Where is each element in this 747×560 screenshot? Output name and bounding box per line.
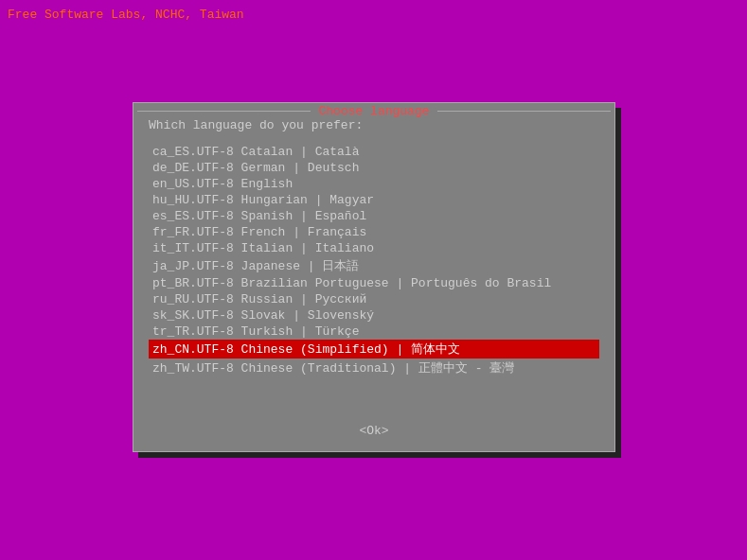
language-item[interactable]: zh_CN.UTF-8 Chinese (Simplified) | 简体中文 [149, 340, 599, 359]
ok-button[interactable]: <Ok> [359, 424, 388, 438]
language-item[interactable]: sk_SK.UTF-8 Slovak | Slovenský [149, 307, 599, 324]
ok-button-area: <Ok> [133, 424, 614, 438]
language-list: ca_ES.UTF-8 Catalan | Catalàde_DE.UTF-8 … [149, 144, 599, 377]
language-item[interactable]: pt_BR.UTF-8 Brazilian Portuguese | Portu… [149, 275, 599, 291]
language-item[interactable]: en_US.UTF-8 English [149, 176, 599, 192]
language-question: Which language do you prefer: [149, 118, 599, 132]
language-item[interactable]: fr_FR.UTF-8 French | Français [149, 224, 599, 240]
dialog: Choose language Which language do you pr… [133, 102, 615, 452]
title-line-left [137, 111, 311, 112]
title-line-right [437, 111, 611, 112]
dialog-title: Choose language [314, 104, 433, 118]
header-text: Free Software Labs, NCHC, Taiwan [8, 8, 244, 22]
language-item[interactable]: ja_JP.UTF-8 Japanese | 日本語 [149, 256, 599, 275]
language-item[interactable]: es_ES.UTF-8 Spanish | Español [149, 208, 599, 224]
language-item[interactable]: hu_HU.UTF-8 Hungarian | Magyar [149, 192, 599, 208]
dialog-content: Which language do you prefer: ca_ES.UTF-… [149, 118, 599, 436]
dialog-title-bar: Choose language [133, 102, 614, 119]
language-item[interactable]: ru_RU.UTF-8 Russian | Русский [149, 291, 599, 307]
language-item[interactable]: it_IT.UTF-8 Italian | Italiano [149, 240, 599, 256]
language-item[interactable]: ca_ES.UTF-8 Catalan | Català [149, 144, 599, 160]
language-item[interactable]: zh_TW.UTF-8 Chinese (Traditional) | 正體中文… [149, 359, 599, 377]
language-item[interactable]: de_DE.UTF-8 German | Deutsch [149, 160, 599, 176]
language-item[interactable]: tr_TR.UTF-8 Turkish | Türkçe [149, 324, 599, 340]
